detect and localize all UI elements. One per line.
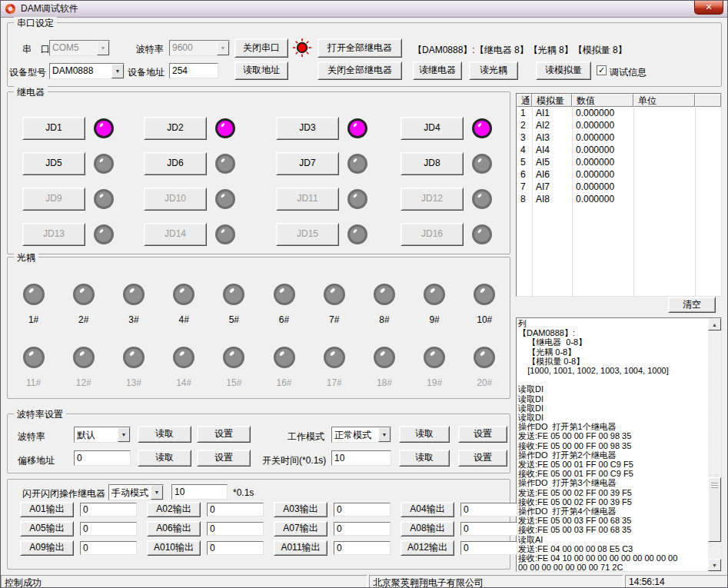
output-button-A012输出[interactable]: A012输出 — [401, 540, 454, 556]
relay-led-jd13 — [94, 224, 114, 244]
relay-button-jd2[interactable]: JD2 — [144, 117, 207, 140]
offset-addr-input[interactable] — [74, 450, 131, 466]
table-cell: 7 — [517, 181, 532, 192]
serial-group-title: 串口设定 — [14, 17, 57, 30]
device-addr-input[interactable] — [169, 63, 218, 78]
relay-button-jd13[interactable]: JD13 — [22, 223, 85, 246]
baud-set-button[interactable]: 设置 — [197, 426, 251, 443]
output-input-A07输出[interactable] — [334, 522, 391, 536]
table-row: 3AI30.000000 — [517, 131, 721, 144]
relay-button-jd14[interactable]: JD14 — [144, 223, 207, 246]
offset-set-button[interactable]: 设置 — [197, 450, 251, 467]
opto-cell: 9# — [410, 284, 460, 325]
switch-time-set-button[interactable]: 设置 — [458, 450, 507, 467]
output-button-A03输出[interactable]: A03输出 — [274, 502, 327, 517]
flash-mode-combo[interactable]: 手动模式 ▼ — [108, 484, 164, 500]
output-input-A010输出[interactable] — [207, 541, 264, 555]
port-label: 串 口 — [22, 43, 50, 56]
opto-row-2: 11#12#13#14#15#16#17#18#19#20# — [8, 347, 510, 388]
opto-led-12# — [73, 347, 95, 368]
output-input-A04输出[interactable] — [460, 503, 517, 517]
relay-button-jd12[interactable]: JD12 — [401, 188, 464, 211]
relay-led-jd9 — [94, 189, 114, 209]
relay-button-jd1[interactable]: JD1 — [22, 117, 85, 140]
offset-read-button[interactable]: 读取 — [138, 450, 191, 467]
output-input-A03输出[interactable] — [334, 503, 391, 517]
relay-button-jd3[interactable]: JD3 — [276, 117, 339, 140]
output-input-A08输出[interactable] — [460, 522, 517, 536]
opto-cell: 3# — [108, 284, 158, 325]
opto-led-6# — [274, 284, 295, 305]
relay-button-jd9[interactable]: JD9 — [22, 188, 85, 211]
work-mode-set-button[interactable]: 设置 — [458, 426, 507, 443]
chevron-down-icon[interactable]: ▼ — [378, 427, 391, 442]
output-input-A011输出[interactable] — [334, 541, 391, 555]
log-scrollbar[interactable]: ▲ ▼ — [708, 318, 721, 571]
output-input-A02输出[interactable] — [207, 503, 264, 517]
relay-button-jd7[interactable]: JD7 — [276, 152, 339, 175]
relay-led-jd4 — [472, 118, 492, 138]
switch-time-read-button[interactable]: 读取 — [399, 450, 450, 467]
scroll-up-icon[interactable]: ▲ — [708, 318, 721, 331]
output-input-A09输出[interactable] — [80, 541, 137, 555]
chevron-down-icon[interactable]: ▼ — [217, 41, 229, 55]
relay-button-jd15[interactable]: JD15 — [276, 223, 339, 246]
baud-combo[interactable]: 9600 ▼ — [169, 40, 230, 56]
flash-time-input[interactable] — [171, 484, 228, 500]
work-mode-combo[interactable]: 正常模式 ▼ — [331, 427, 391, 443]
read-opto-button[interactable]: 读光耦 — [469, 61, 518, 80]
chevron-down-icon[interactable]: ▼ — [97, 41, 109, 55]
relay-button-jd10[interactable]: JD10 — [144, 188, 207, 211]
work-mode-read-button[interactable]: 读取 — [399, 426, 450, 443]
output-button-A04输出[interactable]: A04输出 — [401, 502, 454, 517]
relay-button-jd5[interactable]: JD5 — [22, 152, 85, 175]
relay-cell: JD6 — [144, 146, 276, 181]
chevron-down-icon[interactable]: ▼ — [151, 485, 163, 500]
relay-button-jd11[interactable]: JD11 — [276, 188, 339, 211]
opto-led-11# — [23, 347, 45, 368]
output-button-A09输出[interactable]: A09输出 — [20, 540, 74, 556]
table-cell: 0.000000 — [572, 120, 633, 131]
output-button-A010输出[interactable]: A010输出 — [147, 540, 201, 556]
read-relays-button[interactable]: 读继电器 — [413, 61, 462, 80]
output-input-A012输出[interactable] — [460, 541, 517, 555]
table-cell: AI4 — [532, 145, 572, 155]
scroll-down-icon[interactable]: ▼ — [708, 559, 721, 571]
relay-button-jd16[interactable]: JD16 — [401, 223, 464, 246]
scrollbar-thumb[interactable] — [708, 477, 721, 542]
opto-label-13#: 13# — [126, 377, 141, 388]
open-all-relays-button[interactable]: 打开全部继电器 — [317, 38, 402, 58]
output-button-A08输出[interactable]: A08输出 — [401, 521, 454, 537]
output-button-A07输出[interactable]: A07输出 — [274, 521, 327, 537]
table-cell: 0.000000 — [572, 169, 633, 180]
baud-setting-combo[interactable]: 默认 ▼ — [74, 427, 131, 443]
relay-button-jd4[interactable]: JD4 — [401, 117, 464, 140]
relay-button-jd6[interactable]: JD6 — [144, 152, 207, 175]
output-button-A02输出[interactable]: A02输出 — [147, 502, 201, 517]
close-button[interactable]: ✕ — [694, 1, 723, 15]
relay-button-jd8[interactable]: JD8 — [401, 152, 464, 175]
output-button-A01输出[interactable]: A01输出 — [20, 502, 74, 517]
opto-led-19# — [424, 347, 445, 368]
switch-time-input[interactable] — [331, 450, 391, 466]
output-button-A06输出[interactable]: A06输出 — [147, 521, 201, 537]
debug-info-checkbox[interactable]: ✓ — [597, 65, 607, 75]
chevron-down-icon[interactable]: ▼ — [118, 427, 130, 442]
output-input-A05输出[interactable] — [80, 522, 137, 536]
port-combo[interactable]: COM5 ▼ — [49, 40, 110, 56]
titlebar: DAM调试软件 — [1, 1, 727, 18]
read-analog-button[interactable]: 读模拟量 — [536, 61, 591, 80]
output-button-A011输出[interactable]: A011输出 — [274, 540, 327, 556]
output-input-A01输出[interactable] — [80, 503, 137, 517]
chevron-down-icon[interactable]: ▼ — [111, 64, 124, 78]
read-address-button[interactable]: 读取地址 — [234, 61, 288, 80]
output-button-A05输出[interactable]: A05输出 — [20, 521, 74, 537]
baud-read-button[interactable]: 读取 — [138, 426, 191, 443]
model-combo[interactable]: DAM0888 ▼ — [49, 63, 125, 79]
table-cell: AI7 — [532, 181, 572, 192]
close-port-button[interactable]: 关闭串口 — [234, 38, 288, 58]
output-input-A06输出[interactable] — [207, 522, 264, 536]
clear-log-button[interactable]: 清空 — [668, 297, 716, 313]
opto-label-5#: 5# — [229, 314, 239, 325]
close-all-relays-button[interactable]: 关闭全部继电器 — [317, 61, 402, 80]
